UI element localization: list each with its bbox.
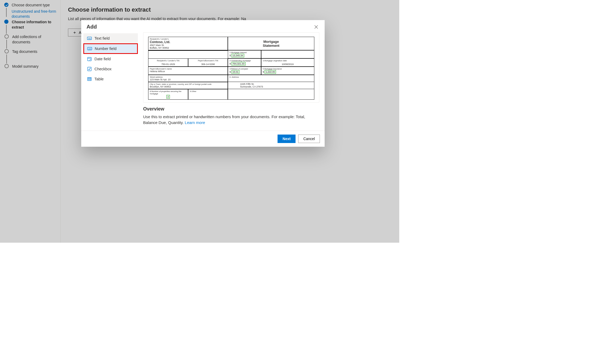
svg-text:Abc: Abc	[88, 38, 91, 39]
field-type-list: Abc Text field 123 Number field Date fie…	[83, 32, 138, 131]
text-field-icon: Abc	[87, 36, 92, 41]
preview-text: Buffalo, NY 90852	[150, 47, 226, 49]
preview-number-highlight: 1,222.05	[265, 70, 276, 74]
preview-number-highlight: 2	[166, 95, 170, 99]
overview-description: Use this to extract printed or handwritt…	[143, 114, 319, 126]
svg-rect-13	[88, 77, 91, 79]
learn-more-link[interactable]: Learn more	[185, 120, 205, 125]
overview-heading: Overview	[143, 106, 319, 112]
preview-number-highlight: 15.01	[232, 70, 240, 74]
preview-text: 1025 Fifth St.	[240, 83, 313, 85]
preview-title: Statement	[229, 44, 313, 48]
field-type-label: Date field	[94, 57, 111, 61]
preview-number-highlight: 13,345.34	[232, 54, 244, 57]
checkbox-icon	[87, 67, 92, 71]
field-type-label: Text field	[94, 36, 110, 40]
dialog-title: Add	[87, 24, 97, 30]
cancel-button[interactable]: Cancel	[298, 135, 320, 143]
preview-label: Street address	[150, 76, 226, 78]
field-type-checkbox[interactable]: Checkbox	[83, 64, 138, 74]
preview-label: 6. Address	[229, 76, 313, 78]
overview-text: Use this to extract printed or handwritt…	[143, 114, 305, 125]
preview-label: 9.Other	[190, 90, 226, 93]
field-type-table[interactable]: Table	[83, 74, 138, 84]
preview-text: Brooklyn, NY 90852	[150, 85, 226, 88]
preview-text: 10/08/2019	[263, 63, 313, 66]
preview-label: 5.Mortgage insurance	[263, 68, 313, 70]
preview-label: Payer's/Borrower's TIN	[190, 59, 226, 62]
preview-title: Mortgage	[229, 40, 313, 44]
preview-label: City or Town, state or province, country…	[150, 83, 226, 85]
preview-label: 8.Number of properties securing the mort…	[150, 90, 187, 95]
field-type-date[interactable]: Date field	[83, 54, 138, 64]
preview-text: Helena Wilcox	[150, 70, 226, 73]
date-field-icon	[87, 57, 92, 61]
preview-text: 750-01-1829	[150, 63, 187, 66]
field-type-label: Number field	[95, 47, 116, 51]
preview-text: 123 Main St Apt. 10	[150, 78, 226, 81]
preview-label: 4.Refund of overpaid	[229, 68, 259, 70]
svg-rect-7	[88, 67, 91, 71]
preview-number-highlight: 764,321.33	[232, 62, 246, 66]
svg-text:123: 123	[88, 48, 91, 50]
close-button[interactable]	[313, 24, 319, 30]
preview-text: Sunnyvale, CA 27673	[240, 85, 313, 88]
preview-text: 4567 Main St.	[150, 44, 226, 47]
preview-text: 306-14-5298	[190, 63, 226, 66]
table-icon	[87, 77, 92, 81]
close-icon	[314, 25, 318, 29]
preview-label: Recipient's / Lender's TIN	[150, 59, 187, 62]
preview-label: Payer's/Borrower's name	[150, 68, 226, 70]
field-type-text[interactable]: Abc Text field	[83, 33, 138, 43]
preview-label: Recipient's / Lender's	[150, 38, 226, 40]
number-field-icon: 123	[87, 46, 92, 51]
preview-document: Recipient's / Lender's Contoso, Ltd. 456…	[143, 32, 319, 103]
preview-company: Contoso, Ltd.	[150, 40, 226, 44]
preview-label: 2.Outstanding mortgage	[229, 59, 259, 62]
next-button[interactable]: Next	[278, 135, 296, 143]
preview-label: 3.Mortgage origination date	[263, 59, 313, 62]
field-type-label: Table	[94, 77, 104, 81]
add-field-dialog: Add Abc Text field 123 Number field	[81, 20, 325, 147]
field-type-label: Checkbox	[94, 67, 111, 71]
preview-label: 1.Mortgage interest	[229, 51, 259, 54]
field-type-number[interactable]: 123 Number field	[83, 43, 138, 54]
